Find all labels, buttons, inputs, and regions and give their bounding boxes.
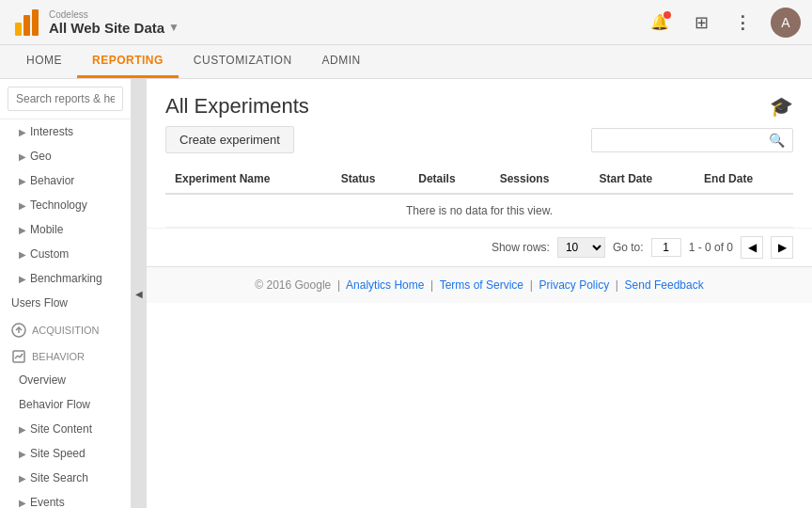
sidebar-item-behavior-audience[interactable]: ▶ Behavior xyxy=(0,168,131,193)
behavior-icon xyxy=(11,349,26,364)
sidebar-item-site-speed[interactable]: ▶ Site Speed xyxy=(0,441,131,466)
svg-rect-2 xyxy=(32,9,39,36)
tab-admin[interactable]: ADMIN xyxy=(307,44,376,78)
sidebar-item-label: Behavior xyxy=(30,174,74,187)
sidebar-collapse-button[interactable]: ◀ xyxy=(132,79,147,508)
dropdown-arrow-icon: ▼ xyxy=(168,21,180,34)
tab-customization[interactable]: CUSTOMIZATION xyxy=(179,44,307,78)
sidebar-section-behavior[interactable]: Behavior xyxy=(0,341,131,368)
bell-button[interactable]: 🔔 xyxy=(647,9,673,36)
tab-home[interactable]: HOME xyxy=(11,44,77,78)
notification-badge xyxy=(664,11,671,19)
sidebar-item-site-content[interactable]: ▶ Site Content xyxy=(0,417,131,441)
tab-reporting[interactable]: REPORTING xyxy=(77,44,179,78)
sidebar-item-label: Site Content xyxy=(30,422,92,436)
nav-tabs: HOME REPORTING CUSTOMIZATION ADMIN xyxy=(0,45,812,79)
sidebar-item-site-search[interactable]: ▶ Site Search xyxy=(0,466,131,490)
topbar-subtitle: Codeless xyxy=(49,9,180,20)
goto-page-input[interactable] xyxy=(651,238,681,257)
footer-link-privacy[interactable]: Privacy Policy xyxy=(539,278,609,292)
sidebar-item-label: Technology xyxy=(30,198,87,212)
pagination: Show rows: 10 25 50 100 Go to: 1 - 0 of … xyxy=(147,228,812,266)
topbar-right: 🔔 ⊞ ⋮ A xyxy=(647,8,801,38)
sidebar-item-users-flow[interactable]: Users Flow xyxy=(0,291,131,315)
footer: © 2016 Google | Analytics Home | Terms o… xyxy=(147,266,812,303)
sidebar-section-acquisition[interactable]: Acquisition xyxy=(0,315,131,341)
arrow-icon: ▶ xyxy=(19,424,26,435)
main-layout: ▶ Interests ▶ Geo ▶ Behavior ▶ Technolog… xyxy=(0,79,812,508)
footer-copyright: © 2016 Google xyxy=(255,278,331,292)
sidebar-item-label: Geo xyxy=(30,150,52,163)
arrow-icon: ▶ xyxy=(19,498,26,508)
create-experiment-button[interactable]: Create experiment xyxy=(165,126,294,153)
topbar-title-group: Codeless All Web Site Data ▼ xyxy=(49,9,180,36)
more-icon: ⋮ xyxy=(734,12,751,33)
footer-link-feedback[interactable]: Send Feedback xyxy=(625,278,704,292)
acquisition-icon xyxy=(11,323,26,338)
arrow-icon: ▶ xyxy=(19,473,26,484)
sidebar-item-label: Mobile xyxy=(30,223,63,236)
no-data-message: There is no data for this view. xyxy=(165,194,793,228)
sidebar-item-label: Users Flow xyxy=(11,296,68,310)
page-range-label: 1 - 0 of 0 xyxy=(689,241,733,254)
main-content: All Experiments 🎓 Create experiment 🔍 Ex… xyxy=(147,79,812,508)
topbar-title[interactable]: All Web Site Data ▼ xyxy=(49,20,180,36)
content-header: All Experiments 🎓 xyxy=(147,79,812,126)
search-icon[interactable]: 🔍 xyxy=(769,133,785,148)
arrow-icon: ▶ xyxy=(19,274,26,284)
col-start-date: Start Date xyxy=(589,165,695,194)
sidebar-item-label: Events xyxy=(30,496,65,508)
sidebar-item-label: Interests xyxy=(30,125,73,138)
sidebar-item-label: Overview xyxy=(19,373,66,387)
arrow-icon: ▶ xyxy=(19,176,26,186)
avatar[interactable]: A xyxy=(771,8,801,38)
sidebar: ▶ Interests ▶ Geo ▶ Behavior ▶ Technolog… xyxy=(0,79,132,508)
footer-link-tos[interactable]: Terms of Service xyxy=(440,278,523,292)
show-rows-label: Show rows: xyxy=(492,241,550,254)
grid-button[interactable]: ⊞ xyxy=(688,9,714,36)
sidebar-item-label: Custom xyxy=(30,247,69,261)
ga-logo-icon xyxy=(11,8,41,38)
table-search-box: 🔍 xyxy=(591,128,793,152)
sidebar-item-interests[interactable]: ▶ Interests xyxy=(0,119,131,144)
sidebar-item-label: Behavior Flow xyxy=(19,398,90,411)
search-input[interactable] xyxy=(8,87,123,111)
prev-page-button[interactable]: ◀ xyxy=(741,236,763,259)
sidebar-section-label: Acquisition xyxy=(32,325,100,336)
arrow-icon: ▶ xyxy=(19,200,26,211)
svg-rect-1 xyxy=(23,15,30,36)
sidebar-item-custom[interactable]: ▶ Custom xyxy=(0,242,131,266)
svg-rect-0 xyxy=(15,23,22,36)
sidebar-item-benchmarking[interactable]: ▶ Benchmarking xyxy=(0,266,131,291)
footer-link-analytics-home[interactable]: Analytics Home xyxy=(346,278,424,292)
sidebar-item-mobile[interactable]: ▶ Mobile xyxy=(0,217,131,242)
arrow-icon: ▶ xyxy=(19,127,26,137)
sidebar-item-geo[interactable]: ▶ Geo xyxy=(0,144,131,168)
col-experiment-name: Experiment Name xyxy=(165,165,332,194)
sidebar-search-container xyxy=(0,79,131,119)
topbar: Codeless All Web Site Data ▼ 🔔 ⊞ ⋮ A xyxy=(0,0,812,45)
sidebar-item-label: Site Speed xyxy=(30,447,86,460)
table-row: There is no data for this view. xyxy=(165,194,793,228)
sidebar-item-behavior-flow[interactable]: Behavior Flow xyxy=(0,392,131,417)
table-search-input[interactable] xyxy=(600,134,769,147)
goto-label: Go to: xyxy=(613,241,644,254)
rows-per-page-select[interactable]: 10 25 50 100 xyxy=(557,237,605,258)
page-title: All Experiments xyxy=(165,94,309,119)
col-end-date: End Date xyxy=(695,165,793,194)
col-status: Status xyxy=(332,165,410,194)
toolbar: Create experiment 🔍 xyxy=(147,126,812,165)
col-sessions: Sessions xyxy=(491,165,590,194)
sidebar-item-overview[interactable]: Overview xyxy=(0,368,131,392)
svg-line-8 xyxy=(20,354,23,357)
next-page-button[interactable]: ▶ xyxy=(771,236,793,259)
arrow-icon: ▶ xyxy=(19,225,26,235)
sidebar-item-label: Site Search xyxy=(30,471,88,484)
more-button[interactable]: ⋮ xyxy=(729,9,756,36)
sidebar-item-technology[interactable]: ▶ Technology xyxy=(0,193,131,217)
collapse-icon: ◀ xyxy=(135,289,143,299)
topbar-left: Codeless All Web Site Data ▼ xyxy=(11,8,180,38)
table-container: Experiment Name Status Details Sessions … xyxy=(147,165,812,228)
sidebar-item-events[interactable]: ▶ Events xyxy=(0,490,131,508)
sidebar-item-label: Benchmarking xyxy=(30,272,102,285)
